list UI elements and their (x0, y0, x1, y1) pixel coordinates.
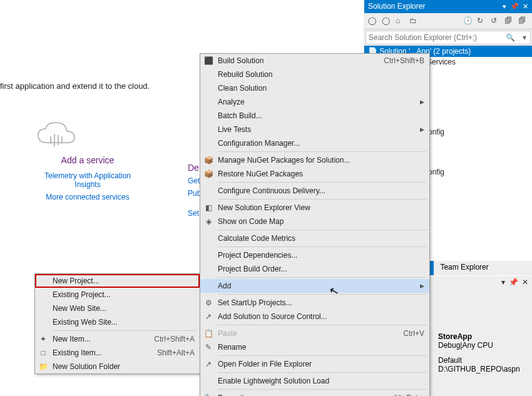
menu-label: Existing Project... (53, 290, 111, 299)
menu-item-set-startup-projects[interactable]: ⚙Set StartUp Projects... (200, 296, 429, 310)
collapse-icon[interactable]: ↻ (477, 16, 487, 26)
menu-item-new-solution-explorer-view[interactable]: ◧New Solution Explorer View (200, 201, 429, 215)
menu-item-new-project[interactable]: New Project... (35, 274, 200, 288)
props-context: Debug|Any CPU (438, 341, 528, 350)
menu-item-restore-nuget-packages[interactable]: 📦Restore NuGet Packages (200, 167, 429, 181)
menu-label: Project Build Order... (218, 265, 287, 273)
menu-shortcut: Ctrl+V (403, 329, 424, 338)
menu-item-rebuild-solution[interactable]: Rebuild Solution (200, 68, 429, 81)
search-dropdown-icon[interactable]: ▾ (519, 33, 530, 42)
menu-label: Paste (218, 329, 237, 338)
menu-label: Configure Continuous Delivery... (218, 186, 325, 195)
menu-label: Add (218, 282, 231, 290)
menu-item-enable-lightweight-solution-load[interactable]: Enable Lightweight Solution Load (200, 374, 429, 388)
menu-item-properties[interactable]: 🔧PropertiesAlt+Enter (200, 391, 429, 396)
menu-shortcut: Ctrl+Shift+A (154, 335, 195, 343)
menu-label: New Item... (53, 335, 91, 343)
menu-item-add-solution-to-source-control[interactable]: ↗Add Solution to Source Control... (200, 310, 429, 323)
tab-team-explorer[interactable]: Team Explorer (434, 261, 494, 275)
telemetry-link[interactable]: Telemetry with Application Insights (34, 171, 141, 189)
menu-item-rename[interactable]: ✎Rename (200, 340, 429, 354)
menu-label: Enable Lightweight Solution Load (218, 377, 329, 385)
close-icon[interactable]: ✕ (523, 0, 528, 13)
menu-label: Build Solution (218, 56, 263, 65)
menu-label: Configuration Manager... (218, 139, 300, 148)
menu-item-live-tests[interactable]: Live Tests▶ (200, 123, 429, 136)
menu-item-analyze[interactable]: Analyze▶ (200, 95, 429, 109)
menu-label: New Solution Folder (53, 362, 120, 371)
menu-item-batch-build[interactable]: Batch Build... (200, 109, 429, 123)
props-icon[interactable]: 🗐 (504, 16, 514, 26)
props-row-2: D:\GITHUB_REPO\aspn (438, 365, 528, 373)
menu-item-paste: 📋PasteCtrl+V (200, 327, 429, 340)
menu-label: Add Solution to Source Control... (218, 312, 327, 321)
menu-icon: 🔧 (203, 393, 213, 396)
more-connected-link[interactable]: More connected services (34, 193, 141, 201)
pin-icon[interactable]: 📌 (510, 0, 519, 13)
menu-icon: 📦 (203, 156, 213, 165)
menu-item-clean-solution[interactable]: Clean Solution (200, 81, 429, 95)
menu-icon: ↗ (203, 360, 213, 368)
menu-icon: ↗ (203, 312, 213, 321)
menu-item-show-on-code-map[interactable]: ◈Show on Code Map (200, 215, 429, 228)
menu-icon: 📋 (203, 329, 213, 338)
menu-item-configure-continuous-delivery[interactable]: Configure Continuous Delivery... (200, 184, 429, 198)
menu-item-new-web-site[interactable]: New Web Site... (35, 302, 200, 315)
menu-item-existing-project[interactable]: Existing Project... (35, 288, 200, 302)
menu-item-new-item[interactable]: ✦New Item...Ctrl+Shift+A (35, 332, 200, 346)
submenu-arrow-icon: ▶ (420, 283, 424, 289)
menu-item-project-dependencies[interactable]: Project Dependencies... (200, 248, 429, 262)
submenu-arrow-icon: ▶ (420, 99, 424, 105)
menu-icon: ◈ (203, 217, 213, 226)
menu-item-manage-nuget-packages-for-solution[interactable]: 📦Manage NuGet Packages for Solution... (200, 153, 429, 167)
menu-item-build-solution[interactable]: ⬛Build SolutionCtrl+Shift+B (200, 54, 429, 68)
dropdown-icon[interactable]: ▾ (501, 276, 505, 289)
menu-item-existing-item[interactable]: □Existing Item...Shift+Alt+A (35, 346, 200, 360)
menu-label: Clean Solution (218, 84, 267, 93)
menu-label: Batch Build... (218, 111, 262, 120)
menu-label: Rebuild Solution (218, 70, 272, 79)
search-icon[interactable]: 🔍 (502, 33, 519, 42)
menu-label: Manage NuGet Packages for Solution... (218, 156, 350, 165)
add-service-title: Add a service (34, 155, 141, 165)
props-row-1: Default (438, 356, 528, 365)
submenu-arrow-icon: ▶ (420, 126, 424, 133)
cloud-icon (34, 119, 141, 151)
panel-title: Solution Explorer (368, 0, 425, 13)
menu-label: Live Tests (218, 125, 251, 134)
home-icon[interactable]: ⌂ (396, 16, 406, 26)
menu-item-calculate-code-metrics[interactable]: Calculate Code Metrics (200, 231, 429, 245)
context-menu-main[interactable]: ⬛Build SolutionCtrl+Shift+BRebuild Solut… (200, 53, 430, 396)
menu-item-existing-web-site[interactable]: Existing Web Site... (35, 315, 200, 329)
menu-icon: ✦ (38, 335, 48, 343)
props-name: StoreApp (438, 332, 528, 341)
menu-shortcut: Ctrl+Shift+B (384, 56, 424, 65)
showall-icon[interactable]: ↺ (491, 16, 501, 26)
menu-icon: 📁 (38, 362, 48, 371)
menu-label: New Web Site... (53, 304, 106, 313)
solution-explorer-header: Solution Explorer ▾ 📌 ✕ (364, 0, 532, 13)
back-icon[interactable]: ◯ (368, 16, 378, 26)
intro-text: first application and extend it to the c… (0, 81, 150, 91)
preview-icon[interactable]: 🗐 (518, 16, 528, 26)
context-menu-add[interactable]: New Project...Existing Project...New Web… (34, 273, 200, 374)
search-input[interactable] (366, 33, 502, 42)
menu-shortcut: Alt+Enter (393, 393, 424, 396)
forward-icon[interactable]: ◯ (382, 16, 392, 26)
menu-label: Rename (218, 343, 246, 352)
menu-label: Analyze (218, 98, 245, 106)
menu-item-add[interactable]: Add▶ (200, 279, 429, 293)
menu-item-project-build-order[interactable]: Project Build Order... (200, 262, 429, 276)
menu-label: Existing Item... (53, 348, 102, 357)
menu-item-configuration-manager[interactable]: Configuration Manager... (200, 136, 429, 150)
menu-icon: ⚙ (203, 298, 213, 307)
refresh-icon[interactable]: 🕓 (463, 16, 473, 26)
close-icon[interactable]: ✕ (522, 276, 528, 289)
menu-label: Project Dependencies... (218, 251, 297, 260)
menu-label: New Project... (53, 277, 100, 285)
menu-item-new-solution-folder[interactable]: 📁New Solution Folder (35, 360, 200, 373)
dropdown-icon[interactable]: ▾ (503, 0, 506, 13)
sync-icon[interactable]: 🗀 (409, 16, 419, 26)
menu-item-open-folder-in-file-explorer[interactable]: ↗Open Folder in File Explorer (200, 357, 429, 371)
pin-icon[interactable]: 📌 (509, 276, 518, 289)
